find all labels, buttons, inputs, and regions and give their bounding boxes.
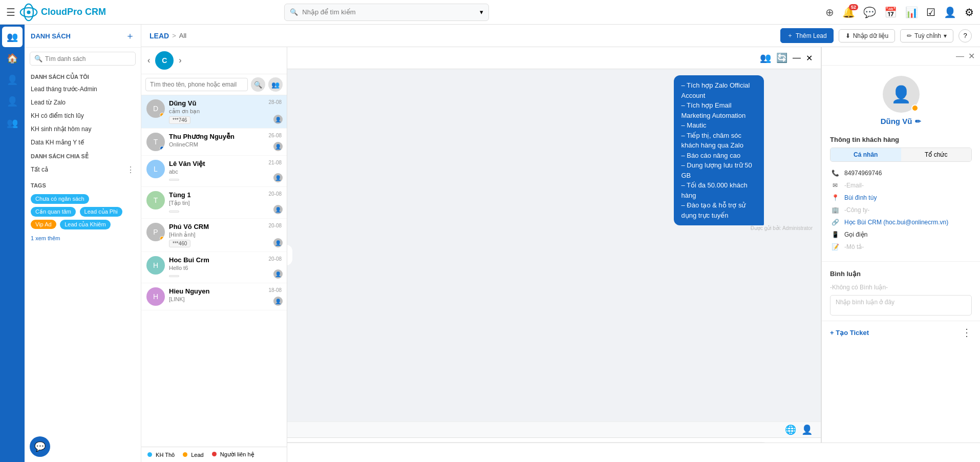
- person-add-icon[interactable]: 👤: [801, 424, 813, 435]
- list-item-all[interactable]: Tất cả: [31, 164, 126, 175]
- chart-icon[interactable]: 📊: [905, 6, 918, 18]
- tag-pill[interactable]: Vip Ad: [31, 220, 56, 229]
- contact-date: 18-08: [268, 287, 282, 295]
- list-item[interactable]: KH sinh nhật hôm nay: [25, 122, 141, 136]
- edit-icon[interactable]: ✏: [915, 117, 921, 125]
- chat-search-input[interactable]: [145, 78, 248, 91]
- them-lead-button[interactable]: ＋ Thêm Lead: [780, 28, 834, 43]
- chat-info: Dũng Vũ 28-08 cảm ơn bạn ***746: [169, 99, 282, 124]
- status-dot: [160, 146, 164, 151]
- chat-item[interactable]: D Dũng Vũ 28-08 cảm ơn bạn ***746 👤: [141, 95, 287, 129]
- goi-dien-label: Gọi điện: [844, 231, 867, 238]
- hamburger-icon[interactable]: ☰: [6, 6, 15, 18]
- customer-status-dot: [911, 104, 919, 112]
- chat-item[interactable]: L Lê Văn Việt 21-08 abc 👤: [141, 156, 287, 187]
- list-item[interactable]: KH có điểm tích lũy: [25, 109, 141, 122]
- contact-avatar: L: [146, 160, 165, 178]
- contact-preview: Hello t6: [169, 265, 282, 271]
- tao-ticket-button[interactable]: + Tạo Ticket: [830, 329, 869, 337]
- field1-value: Bùi đình túy: [844, 194, 877, 201]
- contact-tag: ***746: [169, 116, 190, 124]
- add-list-button[interactable]: ＋: [125, 30, 135, 42]
- more-tags-link[interactable]: 1 xem thêm: [25, 233, 141, 243]
- person-icon: 👤: [273, 297, 283, 306]
- sidebar-item-home[interactable]: 🏠: [2, 48, 23, 69]
- bottom-chat-bubble[interactable]: 💬: [30, 436, 50, 457]
- task-icon[interactable]: ☑: [926, 6, 935, 18]
- chat-info: Hoc Bui Crm 20-08 Hello t6: [169, 256, 282, 279]
- close-icon[interactable]: ✕: [806, 53, 813, 63]
- contact-avatar: H: [146, 287, 165, 306]
- group-icon[interactable]: 👥: [268, 77, 283, 92]
- contact-tag: [169, 275, 179, 277]
- customer-avatar-area: 👤 Dũng Vũ ✏: [822, 66, 980, 131]
- search-bar[interactable]: 🔍 ▾: [284, 4, 489, 21]
- tag-pill[interactable]: Chưa có ngân sách: [31, 194, 89, 204]
- globe-icon[interactable]: 🌐: [785, 424, 796, 435]
- brand-logo: C: [155, 51, 174, 70]
- chat-item[interactable]: H Hieu Nguyen 18-08 [LINK] 👤: [141, 283, 287, 310]
- divider: [822, 261, 980, 262]
- minimize-icon[interactable]: —: [793, 53, 801, 62]
- group-people-icon[interactable]: 👥: [760, 52, 771, 64]
- more-options-icon[interactable]: ⋮: [126, 165, 135, 175]
- email-value: -Email-: [844, 182, 864, 189]
- tab-to-chuc[interactable]: Tổ chức: [901, 148, 972, 161]
- list-item[interactable]: Lead từ Zalo: [25, 96, 141, 109]
- chat-item[interactable]: H Hoc Bui Crm 20-08 Hello t6 👤: [141, 252, 287, 283]
- minimize-panel-button[interactable]: —: [956, 52, 964, 61]
- sidebar-item-person[interactable]: 👤: [2, 70, 23, 90]
- search-input[interactable]: [302, 8, 476, 16]
- calendar-icon[interactable]: 📅: [884, 6, 897, 18]
- chat-item[interactable]: T Thu Phương Nguyễn 26-08 OnlineCRM 👤: [141, 129, 287, 156]
- nav-right: ⊕ 🔔52 💬 📅 📊 ☑ 👤 ⚙: [825, 6, 974, 18]
- message-sender: Được gửi bởi: Administrator: [674, 225, 813, 231]
- contact-avatar: D: [146, 99, 165, 118]
- search-icon: 🔍: [290, 8, 298, 16]
- contact-name: Dũng Vũ: [169, 99, 196, 107]
- person-icon: 👤: [273, 115, 283, 124]
- tab-ca-nhan[interactable]: Cá nhân: [830, 148, 901, 161]
- contact-preview: [Hình ảnh]: [169, 232, 282, 238]
- sidebar-item-lead[interactable]: 👤: [2, 91, 23, 112]
- person-icon: 👤: [273, 269, 283, 279]
- sidebar-item-org[interactable]: 👥: [2, 113, 23, 133]
- tag-pill[interactable]: Lead của Khiêm: [60, 220, 110, 229]
- tag-pill[interactable]: Cần quan tâm: [31, 207, 76, 217]
- next-button[interactable]: ›: [177, 55, 183, 66]
- tuy-chinh-button[interactable]: ✏ Tuỳ chỉnh ▾: [900, 29, 953, 43]
- contact-name: Lê Văn Việt: [169, 160, 205, 167]
- user-icon[interactable]: 👤: [944, 6, 956, 18]
- chat-icon[interactable]: 💬: [863, 6, 876, 18]
- tag-pill[interactable]: Lead của Phi: [80, 207, 122, 217]
- add-icon[interactable]: ⊕: [825, 6, 834, 18]
- sidebar-item-contacts[interactable]: 👥: [2, 27, 23, 47]
- comment-input[interactable]: Nhập bình luận ở đây: [830, 295, 972, 316]
- phone-icon: 📞: [830, 170, 840, 177]
- refresh-icon[interactable]: 🔄: [776, 52, 787, 64]
- search-list-input[interactable]: [45, 55, 131, 62]
- person-icon: 👤: [273, 238, 283, 247]
- help-icon[interactable]: ?: [958, 29, 972, 43]
- notification-icon[interactable]: 🔔52: [842, 6, 855, 18]
- list-item[interactable]: Lead tháng trước-Admin: [25, 82, 141, 96]
- contact-tag: [169, 211, 179, 213]
- close-panel-button[interactable]: ✕: [968, 51, 975, 61]
- chat-item[interactable]: T Tùng 1 20-08 [Tập tin] 👤: [141, 187, 287, 219]
- chat-list: D Dũng Vũ 28-08 cảm ơn bạn ***746 👤 T: [141, 95, 287, 447]
- chat-info: Thu Phương Nguyễn 26-08 OnlineCRM: [169, 133, 282, 148]
- list-item[interactable]: Data KH mảng Y tế: [25, 136, 141, 149]
- danh-sach-search[interactable]: 🔍: [30, 52, 136, 66]
- prev-button[interactable]: ‹: [145, 55, 152, 66]
- nhap-du-lieu-button[interactable]: ⬇ Nhập dữ liệu: [839, 29, 895, 43]
- settings-icon[interactable]: ⚙: [965, 6, 974, 18]
- breadcrumb-actions: ＋ Thêm Lead ⬇ Nhập dữ liệu ✏ Tuỳ chỉnh ▾…: [780, 28, 972, 43]
- right-bottom-actions: + Tạo Ticket ⋮: [822, 321, 980, 344]
- right-panel: — ✕ 👤 Dũng Vũ ✏ Thông tin khách hàng Cá …: [821, 47, 980, 462]
- legend-label: Người liên hệ: [220, 451, 254, 457]
- info-link: 🔗 Học Bùi CRM (hoc.bui@onlinecrm.vn): [830, 216, 972, 228]
- chat-item[interactable]: P Phú Võ CRM 20-08 [Hình ảnh] ***460 👤: [141, 219, 287, 252]
- more-actions-icon[interactable]: ⋮: [962, 326, 972, 339]
- tags-title: TAGS: [25, 178, 141, 191]
- search-button[interactable]: 🔍: [251, 77, 265, 92]
